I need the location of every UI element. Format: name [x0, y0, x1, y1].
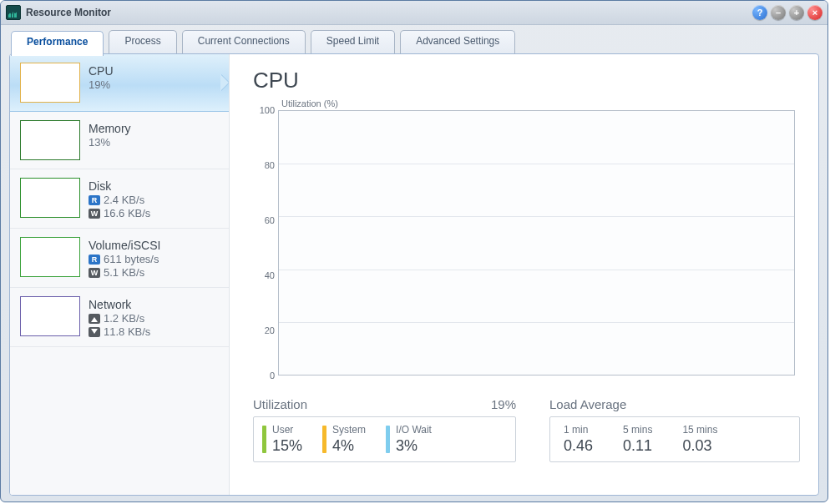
- ytick-20: 20: [255, 325, 275, 335]
- load-5min: 5 mins 0.11: [618, 424, 657, 455]
- tab-process[interactable]: Process: [109, 30, 176, 55]
- app-icon: [6, 5, 21, 20]
- window-controls: ? – + ×: [752, 5, 822, 20]
- side-item-disk[interactable]: Disk R 2.4 KB/s W 16.6 KB/s: [10, 169, 229, 229]
- disk-write: 16.6 KB/s: [104, 207, 150, 219]
- thumb-network: [20, 296, 80, 336]
- help-button[interactable]: ?: [752, 5, 767, 20]
- ytick-80: 80: [255, 160, 275, 170]
- window-title: Resource Monitor: [26, 7, 111, 18]
- side-title-disk: Disk: [89, 179, 150, 193]
- tab-advanced-settings[interactable]: Advanced Settings: [400, 30, 515, 55]
- side-title-cpu: CPU: [89, 64, 114, 78]
- minimize-button[interactable]: –: [771, 5, 786, 20]
- load-5min-value: 0.11: [623, 437, 652, 455]
- utilization-chart: 100 80 60 40 20 0: [278, 110, 795, 386]
- thumb-disk: [20, 178, 80, 218]
- window: Resource Monitor ? – + × Performance Pro…: [0, 0, 828, 502]
- load-1min-value: 0.46: [564, 437, 593, 455]
- utilization-group: Utilization 19% User 15% System 4%: [253, 397, 516, 462]
- side-item-memory[interactable]: Memory 13%: [10, 112, 229, 169]
- stat-user-value: 15%: [272, 437, 302, 455]
- network-up: 1.2 KB/s: [104, 312, 144, 325]
- volume-read: 611 bytes/s: [104, 253, 159, 265]
- side-sub-cpu: 19%: [89, 78, 114, 91]
- stat-io-value: 3%: [396, 437, 432, 455]
- main-panel: CPU Utilization (%) 100 80 60 40 20 0: [230, 54, 818, 495]
- volume-write: 5.1 KB/s: [104, 266, 144, 279]
- side-title-memory: Memory: [89, 122, 131, 135]
- stat-user: User 15%: [262, 424, 302, 455]
- load-group: Load Average 1 min 0.46 5 mins 0.11 15 m…: [549, 397, 800, 462]
- stat-system-value: 4%: [332, 437, 366, 455]
- side-item-cpu[interactable]: CPU 19%: [10, 54, 229, 112]
- load-15min-value: 0.03: [682, 437, 717, 455]
- chart-wrap: Utilization (%) 100 80 60 40 20 0: [253, 98, 800, 386]
- read-badge-icon: R: [89, 255, 100, 265]
- tab-performance[interactable]: Performance: [11, 31, 104, 56]
- tab-content: CPU 19% Memory 13% Disk R 2.4 KB/s: [9, 53, 819, 496]
- thumb-volume: [20, 237, 80, 277]
- ytick-60: 60: [255, 215, 275, 225]
- network-down: 11.8 KB/s: [104, 325, 150, 338]
- stat-io-label: I/O Wait: [396, 424, 432, 436]
- stat-system: System 4%: [322, 424, 366, 455]
- stats-row: Utilization 19% User 15% System 4%: [253, 397, 800, 462]
- write-badge-icon: W: [89, 268, 100, 278]
- side-title-network: Network: [89, 298, 150, 311]
- side-sub-memory: 13%: [89, 136, 131, 149]
- ytick-0: 0: [255, 370, 275, 381]
- stat-io: I/O Wait 3%: [386, 424, 432, 455]
- side-list: CPU 19% Memory 13% Disk R 2.4 KB/s: [10, 54, 230, 495]
- side-item-network[interactable]: Network 1.2 KB/s 11.8 KB/s: [10, 288, 229, 347]
- upload-icon: [89, 314, 100, 324]
- load-1min: 1 min 0.46: [559, 424, 598, 455]
- write-badge-icon: W: [89, 209, 100, 219]
- utilization-box: User 15% System 4% I/O Wait 3%: [253, 416, 516, 462]
- load-average-label: Load Average: [549, 397, 626, 411]
- stat-system-label: System: [332, 424, 366, 436]
- load-1min-label: 1 min: [564, 424, 593, 436]
- download-icon: [89, 327, 100, 337]
- ytick-100: 100: [255, 105, 275, 115]
- maximize-button[interactable]: +: [789, 5, 804, 20]
- ytick-40: 40: [255, 270, 275, 280]
- read-badge-icon: R: [89, 195, 100, 205]
- page-title: CPU: [253, 68, 800, 93]
- chart-ylabel: Utilization (%): [281, 98, 800, 108]
- close-button[interactable]: ×: [807, 5, 822, 20]
- disk-read: 2.4 KB/s: [104, 194, 144, 206]
- tab-connections[interactable]: Current Connections: [182, 30, 306, 55]
- side-title-volume: Volume/iSCSI: [89, 239, 160, 252]
- load-15min: 15 mins 0.03: [677, 424, 722, 455]
- chart-plot-area: [278, 110, 795, 375]
- thumb-memory: [20, 120, 80, 160]
- utilization-label: Utilization: [253, 397, 307, 411]
- tab-speed-limit[interactable]: Speed Limit: [311, 30, 395, 55]
- titlebar: Resource Monitor ? – + ×: [1, 1, 827, 25]
- thumb-cpu: [20, 63, 80, 103]
- tab-bar: Performance Process Current Connections …: [1, 25, 827, 53]
- load-15min-label: 15 mins: [682, 424, 717, 436]
- stat-user-label: User: [272, 424, 302, 436]
- utilization-total: 19%: [491, 397, 516, 411]
- side-item-volume[interactable]: Volume/iSCSI R 611 bytes/s W 5.1 KB/s: [10, 229, 229, 288]
- load-5min-label: 5 mins: [623, 424, 652, 436]
- load-box: 1 min 0.46 5 mins 0.11 15 mins 0.03: [549, 416, 800, 462]
